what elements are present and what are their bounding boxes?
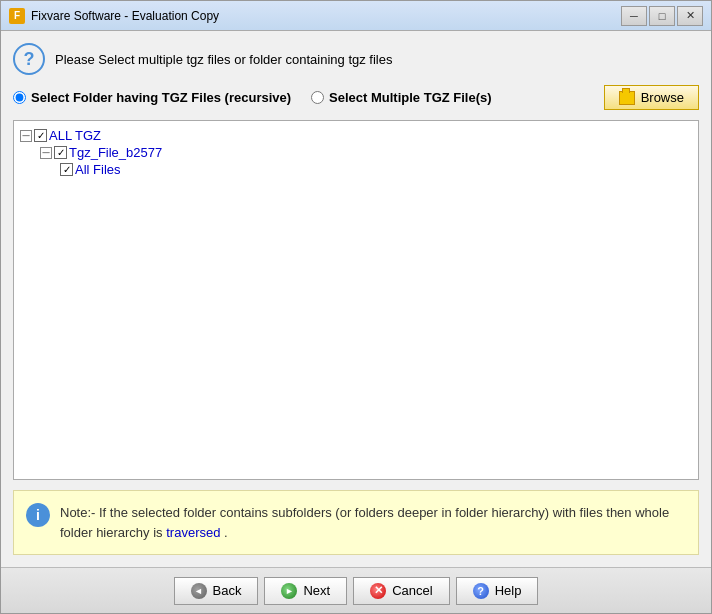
tree-label-2[interactable]: Tgz_File_b2577 [69,145,162,160]
note-info-icon: i [26,503,50,527]
tree-expander-1[interactable]: ─ [20,130,32,142]
folder-icon [619,91,635,105]
bottom-bar: ◄ Back ► Next ✕ Cancel ? Help [1,567,711,613]
back-label: Back [213,583,242,598]
tree-expander-2[interactable]: ─ [40,147,52,159]
tree-label-3[interactable]: All Files [75,162,121,177]
minimize-button[interactable]: ─ [621,6,647,26]
note-highlight: traversed [166,525,220,540]
main-window: F Fixvare Software - Evaluation Copy ─ □… [0,0,712,614]
radio-option-folder[interactable]: Select Folder having TGZ Files (recursiv… [13,90,291,105]
help-label: Help [495,583,522,598]
radio-files[interactable] [311,91,324,104]
tree-row[interactable]: ─ Tgz_File_b2577 [40,144,692,161]
app-icon: F [9,8,25,24]
tree-row[interactable]: All Files [60,161,692,178]
info-icon: ? [13,43,45,75]
tree-checkbox-2[interactable] [54,146,67,159]
tree-checkbox-3[interactable] [60,163,73,176]
tree-row[interactable]: ─ ALL TGZ [20,127,692,144]
cancel-button[interactable]: ✕ Cancel [353,577,449,605]
radio-folder[interactable] [13,91,26,104]
browse-button[interactable]: Browse [604,85,699,110]
title-bar: F Fixvare Software - Evaluation Copy ─ □… [1,1,711,31]
browse-label: Browse [641,90,684,105]
next-button[interactable]: ► Next [264,577,347,605]
next-label: Next [303,583,330,598]
window-controls: ─ □ ✕ [621,6,703,26]
header-description: Please Select multiple tgz files or fold… [55,52,392,67]
header-section: ? Please Select multiple tgz files or fo… [13,43,699,75]
maximize-button[interactable]: □ [649,6,675,26]
tree-label-1[interactable]: ALL TGZ [49,128,101,143]
tree-checkbox-1[interactable] [34,129,47,142]
radio-option-files[interactable]: Select Multiple TGZ File(s) [311,90,492,105]
back-button[interactable]: ◄ Back [174,577,259,605]
help-button[interactable]: ? Help [456,577,539,605]
radio-files-label: Select Multiple TGZ File(s) [329,90,492,105]
note-text-after: . [224,525,228,540]
note-text: Note:- If the selected folder contains s… [60,503,686,542]
back-icon: ◄ [191,583,207,599]
help-icon: ? [473,583,489,599]
note-text-before: Note:- If the selected folder contains s… [60,505,669,540]
cancel-icon: ✕ [370,583,386,599]
window-title: Fixvare Software - Evaluation Copy [31,9,621,23]
close-button[interactable]: ✕ [677,6,703,26]
tree-container[interactable]: ─ ALL TGZ ─ Tgz_File_b2577 All Files [13,120,699,480]
note-section: i Note:- If the selected folder contains… [13,490,699,555]
radio-folder-label: Select Folder having TGZ Files (recursiv… [31,90,291,105]
cancel-label: Cancel [392,583,432,598]
next-icon: ► [281,583,297,599]
main-content: ? Please Select multiple tgz files or fo… [1,31,711,567]
radio-row: Select Folder having TGZ Files (recursiv… [13,85,699,110]
